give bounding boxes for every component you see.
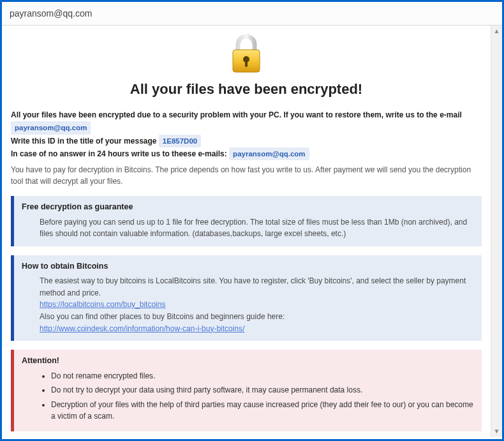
- guarantee-body: Before paying you can send us up to 1 fi…: [40, 216, 475, 240]
- attention-box: Attention! Do not rename encrypted files…: [11, 350, 482, 431]
- attention-item: Do not try to decrypt your data using th…: [51, 384, 475, 396]
- headline: All your files have been encrypted!: [11, 81, 482, 98]
- obtain-link-1[interactable]: https://localbitcoins.com/buy_bitcoins: [40, 300, 165, 309]
- window-title: payransom@qq.com: [10, 8, 92, 19]
- id-badge: 1E857D00: [159, 135, 201, 147]
- intro-line2: Write this ID in the title of your messa…: [11, 137, 159, 146]
- payment-line: You have to pay for decryption in Bitcoi…: [11, 164, 482, 187]
- obtain-link-2[interactable]: http://www.coindesk.com/information/how-…: [40, 324, 244, 333]
- svg-rect-2: [245, 61, 248, 67]
- obtain-line2: Also you can find other places to buy Bi…: [40, 311, 475, 323]
- window-titlebar: payransom@qq.com: [2, 2, 502, 26]
- attention-item: Decryption of your files with the help o…: [51, 399, 475, 422]
- email-badge-1: payransom@qq.com: [11, 121, 91, 134]
- intro-block: All your files have been encrypted due t…: [11, 109, 482, 160]
- lock-icon-wrap: [11, 33, 482, 77]
- lock-icon: [228, 33, 265, 75]
- document-body: All your files have been encrypted! All …: [2, 26, 491, 437]
- intro-line3: In case of no answer in 24 hours write u…: [11, 149, 229, 158]
- vertical-scrollbar[interactable]: ▲ ▼: [491, 26, 502, 437]
- guarantee-title: Free decryption as guarantee: [22, 201, 475, 213]
- intro-line1: All your files have been encrypted due t…: [11, 110, 462, 119]
- obtain-title: How to obtain Bitcoins: [22, 260, 475, 273]
- attention-list: Do not rename encrypted files. Do not tr…: [42, 370, 475, 422]
- email-badge-2: payransom@qq.com: [229, 147, 309, 160]
- attention-item: Do not rename encrypted files.: [51, 370, 475, 382]
- obtain-box: How to obtain Bitcoins The easiest way t…: [11, 255, 482, 341]
- attention-title: Attention!: [22, 355, 475, 367]
- scroll-down-arrow-icon[interactable]: ▼: [491, 426, 502, 437]
- content-wrap: All your files have been encrypted! All …: [2, 26, 502, 437]
- window-frame: payransom@qq.com: [0, 0, 504, 441]
- obtain-line1: The easiest way to buy bitcoins is Local…: [40, 275, 475, 299]
- guarantee-box: Free decryption as guarantee Before payi…: [11, 196, 482, 246]
- scroll-up-arrow-icon[interactable]: ▲: [491, 26, 502, 37]
